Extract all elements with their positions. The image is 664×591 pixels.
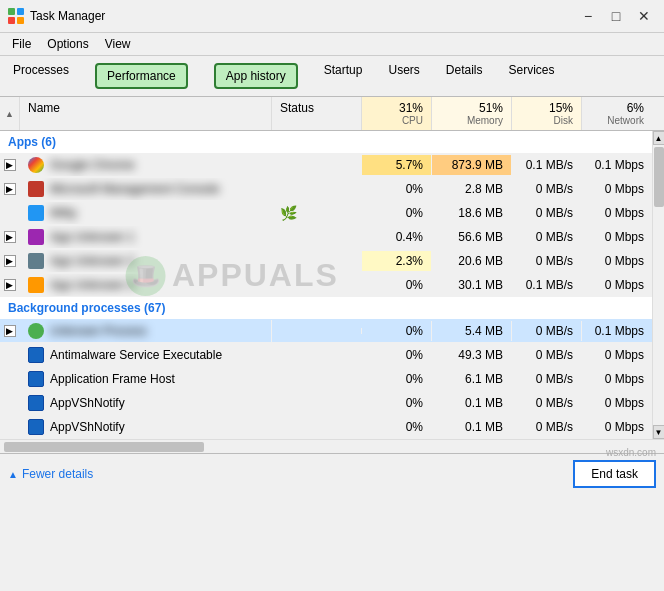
fewer-details-label: Fewer details bbox=[22, 467, 93, 481]
cell-memory: 56.6 MB bbox=[432, 227, 512, 247]
process-name: App Unknown 2 bbox=[50, 254, 135, 268]
cell-memory: 2.8 MB bbox=[432, 179, 512, 199]
col-header-name[interactable]: Name bbox=[20, 97, 272, 130]
process-name: Microsoft Management Console bbox=[50, 182, 219, 196]
tab-performance[interactable]: Performance bbox=[82, 56, 201, 96]
cell-network: 0 Mbps bbox=[582, 251, 652, 271]
column-header-row: ▲ Name Status 31% CPU 51% Memory 15% Dis… bbox=[0, 97, 664, 131]
leaf-icon: 🌿 bbox=[280, 205, 297, 221]
process-name: Application Frame Host bbox=[50, 372, 175, 386]
expand-button[interactable]: ▶ bbox=[4, 325, 16, 337]
tab-users[interactable]: Users bbox=[375, 56, 432, 96]
horiz-scroll-thumb[interactable] bbox=[4, 442, 204, 452]
process-name: Unknown Process bbox=[50, 324, 147, 338]
table-row[interactable]: ▶ Microsoft Management Console 0% 2.8 MB… bbox=[0, 177, 652, 201]
app-icon-4 bbox=[28, 229, 44, 245]
table-row[interactable]: AppVShNotify 0% 0.1 MB 0 MB/s 0 Mbps bbox=[0, 391, 652, 415]
minimize-button[interactable]: − bbox=[576, 6, 600, 26]
horizontal-scrollbar[interactable] bbox=[0, 439, 664, 453]
cell-cpu: 0% bbox=[362, 369, 432, 389]
end-task-button[interactable]: End task bbox=[573, 460, 656, 488]
table-row[interactable]: ▶ App Unknown 2 2.3% 20.6 MB 0 MB/s 0 Mb… bbox=[0, 249, 652, 273]
cell-memory: 5.4 MB bbox=[432, 321, 512, 341]
bottom-bar: ▲ Fewer details End task bbox=[0, 453, 664, 494]
svg-rect-3 bbox=[17, 17, 24, 24]
table-row[interactable]: ▶ Unknown Process 0% 5.4 MB 0 MB/s 0.1 M… bbox=[0, 319, 652, 343]
cell-cpu: 0% bbox=[362, 179, 432, 199]
scroll-up-button[interactable]: ▲ bbox=[653, 131, 665, 145]
cell-disk: 0 MB/s bbox=[512, 321, 582, 341]
close-button[interactable]: ✕ bbox=[632, 6, 656, 26]
process-name: Witty bbox=[50, 206, 77, 220]
cell-network: 0 Mbps bbox=[582, 369, 652, 389]
expand-button[interactable]: ▶ bbox=[4, 183, 16, 195]
cell-memory: 49.3 MB bbox=[432, 345, 512, 365]
expand-button[interactable]: ▶ bbox=[4, 279, 16, 291]
tab-processes[interactable]: Processes bbox=[0, 56, 82, 96]
col-header-status[interactable]: Status bbox=[272, 97, 362, 130]
cell-cpu: 0% bbox=[362, 393, 432, 413]
app-icon-chrome bbox=[28, 157, 44, 173]
cell-network: 0 Mbps bbox=[582, 275, 652, 295]
table-row[interactable]: Antimalware Service Executable 0% 49.3 M… bbox=[0, 343, 652, 367]
app-icon-6 bbox=[28, 277, 44, 293]
cell-network: 0 Mbps bbox=[582, 203, 652, 223]
svg-rect-1 bbox=[17, 8, 24, 15]
svg-rect-0 bbox=[8, 8, 15, 15]
process-name: App Unknown 3 bbox=[50, 278, 135, 292]
cell-memory: 873.9 MB bbox=[432, 155, 512, 175]
menu-options[interactable]: Options bbox=[39, 35, 96, 53]
cell-memory: 0.1 MB bbox=[432, 393, 512, 413]
process-name: Antimalware Service Executable bbox=[50, 348, 222, 362]
menu-bar: File Options View bbox=[0, 33, 664, 56]
bg-group-header: Background processes (67) bbox=[0, 297, 652, 319]
app-icon-witty bbox=[28, 205, 44, 221]
scrollbar[interactable]: ▲ ▼ bbox=[652, 131, 664, 439]
title-bar: Task Manager − □ ✕ bbox=[0, 0, 664, 33]
process-name: AppVShNotify bbox=[50, 420, 125, 434]
sort-toggle[interactable]: ▲ bbox=[0, 97, 20, 130]
cell-disk: 0 MB/s bbox=[512, 345, 582, 365]
cell-network: 0 Mbps bbox=[582, 345, 652, 365]
table-row[interactable]: ▶ Google Chrome 5.7% 873.9 MB 0.1 MB/s 0… bbox=[0, 153, 652, 177]
cell-cpu: 5.7% bbox=[362, 155, 432, 175]
col-header-disk[interactable]: 15% Disk bbox=[512, 97, 582, 130]
menu-file[interactable]: File bbox=[4, 35, 39, 53]
table-row[interactable]: Witty 🌿 0% 18.6 MB 0 MB/s 0 Mbps bbox=[0, 201, 652, 225]
scroll-thumb[interactable] bbox=[654, 147, 664, 207]
cell-network: 0.1 Mbps bbox=[582, 321, 652, 341]
cell-memory: 0.1 MB bbox=[432, 417, 512, 437]
restore-button[interactable]: □ bbox=[604, 6, 628, 26]
cell-network: 0 Mbps bbox=[582, 179, 652, 199]
tab-details[interactable]: Details bbox=[433, 56, 496, 96]
tab-app-history[interactable]: App history bbox=[201, 56, 311, 96]
cell-cpu: 0% bbox=[362, 321, 432, 341]
col-header-network[interactable]: 6% Network bbox=[582, 97, 652, 130]
col-header-memory[interactable]: 51% Memory bbox=[432, 97, 512, 130]
fewer-details-button[interactable]: ▲ Fewer details bbox=[8, 467, 93, 481]
table-row[interactable]: ▶ App Unknown 1 0.4% 56.6 MB 0 MB/s 0 Mb… bbox=[0, 225, 652, 249]
table-row[interactable]: ▶ App Unknown 3 0% 30.1 MB 0.1 MB/s 0 Mb… bbox=[0, 273, 652, 297]
cell-memory: 18.6 MB bbox=[432, 203, 512, 223]
table-row[interactable]: Application Frame Host 0% 6.1 MB 0 MB/s … bbox=[0, 367, 652, 391]
chevron-up-icon: ▲ bbox=[8, 469, 18, 480]
cell-cpu: 0% bbox=[362, 345, 432, 365]
window-title: Task Manager bbox=[30, 9, 105, 23]
col-header-cpu[interactable]: 31% CPU bbox=[362, 97, 432, 130]
tab-services[interactable]: Services bbox=[496, 56, 568, 96]
scroll-down-button[interactable]: ▼ bbox=[653, 425, 665, 439]
expand-button[interactable]: ▶ bbox=[4, 255, 16, 267]
app-icon-antimalware bbox=[28, 347, 44, 363]
cell-network: 0 Mbps bbox=[582, 417, 652, 437]
tab-startup[interactable]: Startup bbox=[311, 56, 376, 96]
expand-button[interactable]: ▶ bbox=[4, 231, 16, 243]
process-name: App Unknown 1 bbox=[50, 230, 135, 244]
svg-rect-2 bbox=[8, 17, 15, 24]
expand-button[interactable]: ▶ bbox=[4, 159, 16, 171]
cell-disk: 0 MB/s bbox=[512, 227, 582, 247]
app-icon-5 bbox=[28, 253, 44, 269]
menu-view[interactable]: View bbox=[97, 35, 139, 53]
cell-cpu: 2.3% bbox=[362, 251, 432, 271]
table-row[interactable]: AppVShNotify 0% 0.1 MB 0 MB/s 0 Mbps bbox=[0, 415, 652, 439]
cell-memory: 6.1 MB bbox=[432, 369, 512, 389]
